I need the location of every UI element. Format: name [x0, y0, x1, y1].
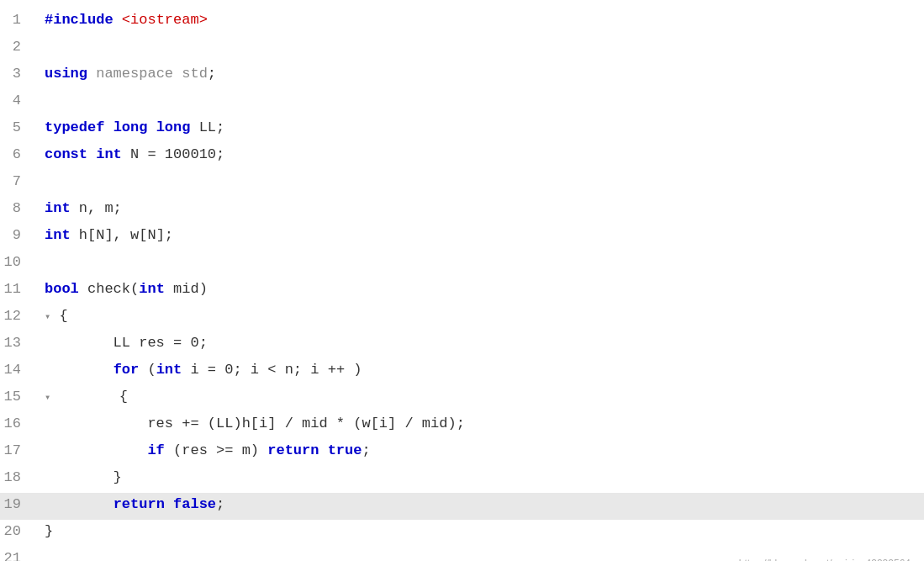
line-number: 9: [0, 224, 38, 246]
token: std: [182, 66, 208, 82]
token: n, m;: [71, 200, 122, 216]
token: #include: [45, 12, 122, 28]
code-line: 18 }: [0, 466, 924, 493]
token: check(: [79, 281, 139, 297]
code-content: LL res = 0;: [38, 331, 924, 354]
token: return: [267, 442, 319, 458]
code-content: return false;: [38, 493, 924, 516]
line-number: 19: [0, 493, 38, 516]
token: {: [50, 389, 128, 405]
code-content: [38, 89, 924, 112]
code-line: 11bool check(int mid): [0, 278, 924, 304]
code-content: }: [38, 466, 924, 489]
line-number: 10: [0, 251, 38, 273]
line-number: 21: [0, 547, 38, 561]
code-content: [38, 35, 924, 58]
token: true: [328, 442, 362, 458]
token: (res >= m): [165, 442, 267, 458]
line-number: 11: [0, 278, 38, 300]
code-line: 1#include <iostream>: [0, 8, 924, 35]
token: LL;: [190, 119, 224, 135]
token: for: [114, 362, 140, 378]
token: [165, 496, 173, 512]
token: [104, 119, 113, 135]
line-number: 18: [0, 466, 38, 489]
token: mid): [165, 281, 208, 297]
token: using: [45, 66, 87, 82]
line-number: 16: [0, 412, 38, 435]
code-line: 4: [0, 89, 924, 116]
token: [45, 442, 147, 458]
token: ;: [216, 496, 224, 512]
line-number: 1: [0, 8, 38, 31]
code-line: 5typedef long long LL;: [0, 116, 924, 143]
token: LL res = 0;: [45, 335, 208, 351]
line-number: 17: [0, 439, 38, 462]
code-content: #include <iostream>: [38, 8, 924, 31]
line-number: 7: [0, 170, 38, 193]
code-line: 19 return false;: [0, 493, 924, 520]
token: i = 0; i < n; i ++ ): [182, 362, 362, 378]
line-number: 5: [0, 116, 38, 139]
code-content: ▾ {: [38, 304, 924, 327]
code-content: bool check(int mid): [38, 278, 924, 300]
code-line: 3using namespace std;: [0, 62, 924, 89]
token: res += (LL)h[i] / mid * (w[i] / mid);: [45, 415, 465, 431]
token: {: [50, 308, 67, 324]
token: h[N], w[N];: [71, 227, 173, 243]
token: ;: [208, 66, 216, 82]
token: }: [45, 469, 122, 485]
token: if: [147, 442, 164, 458]
code-line: 20}: [0, 520, 924, 547]
code-line: 9int h[N], w[N];: [0, 224, 924, 251]
code-line: 13 LL res = 0;: [0, 331, 924, 358]
token: [319, 442, 327, 458]
token: int: [96, 146, 122, 162]
token: return: [114, 496, 165, 512]
code-line: 17 if (res >= m) return true;: [0, 439, 924, 466]
line-number: 8: [0, 197, 38, 220]
code-content: }: [38, 520, 924, 542]
token: bool: [45, 281, 79, 297]
token: N = 100010;: [122, 146, 224, 162]
code-content: [38, 170, 924, 193]
code-content: if (res >= m) return true;: [38, 439, 924, 462]
token: int: [45, 227, 71, 243]
code-line: 16 res += (LL)h[i] / mid * (w[i] / mid);: [0, 412, 924, 439]
code-content: res += (LL)h[i] / mid * (w[i] / mid);: [38, 412, 924, 435]
code-content: int n, m;: [38, 197, 924, 220]
code-line: 6const int N = 100010;: [0, 143, 924, 170]
token: false: [173, 496, 216, 512]
token: typedef: [45, 119, 104, 135]
code-content: typedef long long LL;: [38, 116, 924, 139]
code-line: 15▾ {: [0, 385, 924, 412]
line-number: 4: [0, 89, 38, 112]
code-line: 2: [0, 35, 924, 62]
line-number: 13: [0, 331, 38, 354]
code-line: 7: [0, 170, 924, 197]
line-number: 3: [0, 62, 38, 85]
code-line: 12▾ {: [0, 304, 924, 331]
code-content: [38, 251, 924, 273]
code-content: int h[N], w[N];: [38, 224, 924, 246]
code-line: 8int n, m;: [0, 197, 924, 224]
code-content: ▾ {: [38, 385, 924, 408]
token: [87, 146, 96, 162]
token: int: [156, 362, 182, 378]
token: (: [139, 362, 156, 378]
code-content: using namespace std;: [38, 62, 924, 85]
token: [45, 362, 114, 378]
token: int: [45, 200, 71, 216]
line-number: 14: [0, 358, 38, 381]
token: [45, 496, 114, 512]
token: <iostream>: [122, 12, 208, 28]
code-line: 14 for (int i = 0; i < n; i ++ ): [0, 358, 924, 385]
token: [147, 119, 156, 135]
token: }: [45, 523, 53, 539]
line-number: 15: [0, 385, 38, 408]
line-number: 2: [0, 35, 38, 58]
line-number: 20: [0, 520, 38, 542]
watermark: https://blog.csdn.net/weixin_43232564: [739, 556, 911, 561]
token: namespace: [87, 66, 182, 82]
line-number: 12: [0, 304, 38, 327]
